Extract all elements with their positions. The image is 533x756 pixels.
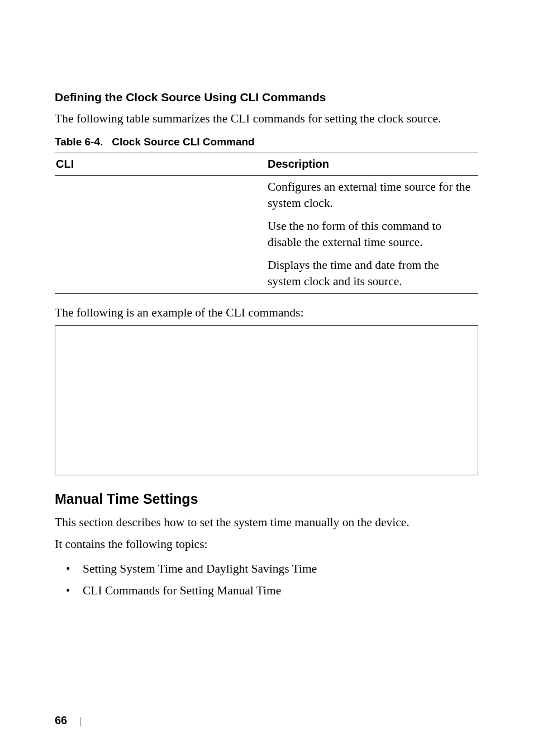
page-number: 66	[55, 713, 67, 728]
page-container: Defining the Clock Source Using CLI Comm…	[0, 0, 533, 756]
table-row: Displays the time and date from the syst…	[55, 254, 478, 294]
td-cli	[55, 176, 266, 215]
table-clock-source: CLI Description Configures an external t…	[55, 153, 478, 294]
para-example-intro: The following is an example of the CLI c…	[55, 305, 478, 321]
table-row: Configures an external time source for t…	[55, 176, 478, 215]
topics-list: Setting System Time and Daylight Savings…	[66, 558, 478, 602]
th-description: Description	[266, 153, 478, 176]
heading-defining-clock-source: Defining the Clock Source Using CLI Comm…	[55, 89, 478, 105]
footer-separator: |	[79, 714, 82, 728]
table-caption-title: Clock Source CLI Command	[112, 136, 255, 148]
th-cli: CLI	[55, 153, 266, 176]
td-desc: Configures an external time source for t…	[266, 176, 478, 215]
table-head: CLI Description	[55, 153, 478, 176]
para-section2-2: It contains the following topics:	[55, 536, 478, 552]
td-cli	[55, 215, 266, 254]
td-cli	[55, 254, 266, 294]
list-item: CLI Commands for Setting Manual Time	[66, 580, 478, 602]
td-desc: Displays the time and date from the syst…	[266, 254, 478, 294]
td-desc: Use the no form of this command to disab…	[266, 215, 478, 254]
cli-example-box	[55, 325, 478, 475]
para-intro: The following table summarizes the CLI c…	[55, 111, 478, 127]
table-caption-label: Table 6-4.	[55, 136, 103, 148]
page-footer: 66 |	[55, 713, 82, 728]
table-row: Use the no form of this command to disab…	[55, 215, 478, 254]
table-caption: Table 6-4.Clock Source CLI Command	[55, 135, 478, 149]
para-section2-1: This section describes how to set the sy…	[55, 514, 478, 531]
list-item: Setting System Time and Daylight Savings…	[66, 558, 478, 580]
heading-manual-time-settings: Manual Time Settings	[55, 490, 478, 509]
